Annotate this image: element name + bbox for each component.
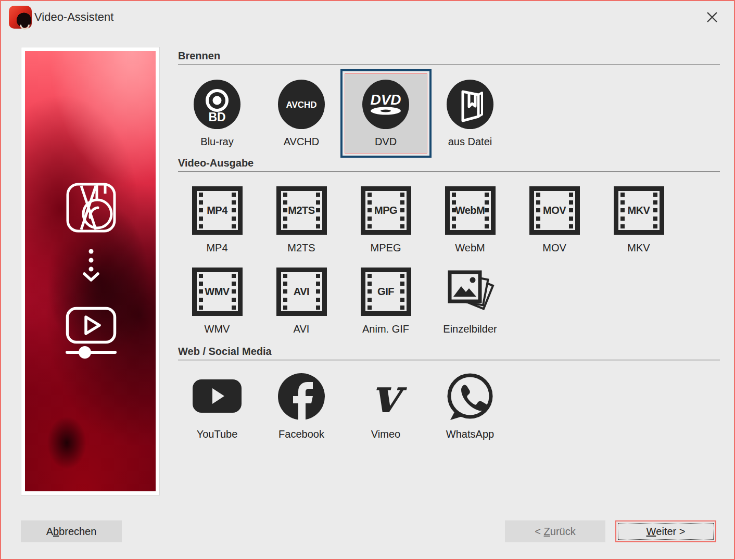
next-button[interactable]: Weiter > — [615, 520, 716, 542]
next-label-post: eiter > — [656, 526, 685, 538]
tile-label: WhatsApp — [446, 428, 494, 440]
filmstrip-text: GIF — [377, 286, 394, 298]
app-logo-outline-icon — [66, 182, 117, 233]
tile-facebook[interactable]: Facebook — [259, 373, 344, 443]
cancel-label-post: brechen — [59, 526, 96, 538]
filmstrip-icon: AVI — [276, 268, 327, 316]
video-player-icon — [65, 306, 117, 360]
tile-label: MKV — [627, 242, 650, 254]
dotted-arrow-down-icon — [81, 248, 102, 284]
dvd-disc-icon: DVD — [361, 79, 410, 130]
section-title-video-ausgabe: Video-Ausgabe — [178, 157, 254, 169]
web-social-row: YouTube Facebook v Vimeo WhatsApp — [175, 373, 512, 443]
tile-label: DVD — [375, 136, 397, 148]
tile-label: Vimeo — [371, 428, 400, 440]
tile-anim-gif[interactable]: GIF Anim. GIF — [344, 268, 428, 338]
youtube-icon — [191, 373, 243, 421]
filmstrip-text: AVI — [294, 286, 309, 298]
flower-photo — [25, 51, 156, 491]
tile-label: Blu-ray — [200, 136, 233, 148]
filmstrip-icon: MP4 — [192, 186, 243, 235]
avchd-disc-icon: AVCHD — [277, 79, 326, 130]
tile-mpeg[interactable]: MPG MPEG — [344, 186, 428, 257]
tile-label: MP4 — [206, 242, 227, 254]
window-title: Video-Assistent — [34, 10, 113, 24]
tile-whatsapp[interactable]: WhatsApp — [428, 373, 512, 443]
tile-label: Anim. GIF — [362, 323, 409, 335]
tile-label: MPEG — [371, 242, 401, 254]
filmstrip-icon: WebM — [445, 186, 496, 235]
filmstrip-text: MPG — [374, 205, 397, 217]
section-divider — [178, 360, 720, 361]
tile-label: YouTube — [197, 428, 238, 440]
tile-einzelbilder[interactable]: Einzelbilder — [428, 268, 512, 338]
facebook-icon — [275, 373, 327, 421]
video-assistant-dialog: Video-Assistent — [0, 0, 735, 560]
tile-label: Facebook — [278, 428, 324, 440]
from-file-icon — [446, 79, 495, 130]
filmstrip-icon: MOV — [529, 186, 580, 235]
filmstrip-icon: MPG — [361, 186, 411, 235]
tile-aus-datei[interactable]: aus Datei — [428, 69, 512, 158]
app-logo-icon — [9, 6, 32, 29]
cancel-button[interactable]: Abbrechen — [21, 520, 122, 542]
tile-blu-ray[interactable]: BD Blu-ray — [175, 69, 259, 158]
tile-avchd[interactable]: AVCHD AVCHD — [259, 69, 344, 158]
video-output-row-2: WMV WMV AVI AVI GIF Anim. GIF Einzelbild… — [175, 268, 512, 338]
tile-vimeo[interactable]: v Vimeo — [344, 373, 428, 443]
tile-mov[interactable]: MOV MOV — [512, 186, 597, 257]
back-button[interactable]: < Zurück — [505, 520, 605, 542]
close-button[interactable] — [705, 10, 719, 24]
filmstrip-text: MOV — [543, 205, 566, 217]
tile-dvd-selected[interactable]: DVD DVD — [344, 69, 428, 158]
filmstrip-icon: GIF — [361, 268, 411, 316]
tile-mp4[interactable]: MP4 MP4 — [175, 186, 259, 257]
tile-label: WebM — [455, 242, 485, 254]
tile-label: M2TS — [287, 242, 315, 254]
cancel-label-pre: A — [46, 526, 53, 538]
titlebar: Video-Assistent — [1, 1, 734, 34]
back-label-post: urück — [550, 526, 576, 538]
next-label-key: W — [646, 526, 656, 538]
tile-avi[interactable]: AVI AVI — [259, 268, 344, 338]
filmstrip-text: MKV — [628, 205, 650, 217]
back-label-pre: < — [535, 526, 543, 538]
whatsapp-icon — [444, 373, 496, 421]
brennen-row: BD Blu-ray AVCHD AVCHD DVD DVD — [175, 69, 512, 158]
filmstrip-icon: MKV — [614, 186, 664, 235]
tile-wmv[interactable]: WMV WMV — [175, 268, 259, 338]
image-stack-icon — [444, 268, 496, 316]
tile-label: AVCHD — [284, 136, 320, 148]
svg-text:AVCHD: AVCHD — [286, 100, 316, 110]
cancel-label-key: b — [53, 526, 59, 538]
tile-label: aus Datei — [448, 136, 492, 148]
close-icon — [706, 11, 718, 23]
tile-label: WMV — [205, 323, 230, 335]
filmstrip-text: MP4 — [207, 205, 227, 217]
section-title-web-social: Web / Social Media — [178, 346, 272, 358]
section-divider — [178, 171, 720, 172]
wizard-preview-panel — [21, 47, 160, 495]
video-output-row-1: MP4 MP4 M2TS M2TS MPG MPEG WebM WebM MOV… — [175, 186, 681, 257]
back-label-key: Z — [544, 526, 550, 538]
vimeo-icon: v — [360, 373, 412, 421]
svg-text:v: v — [372, 373, 407, 421]
tile-youtube[interactable]: YouTube — [175, 373, 259, 443]
tile-label: MOV — [542, 242, 566, 254]
filmstrip-icon: M2TS — [276, 186, 327, 235]
tile-mkv[interactable]: MKV MKV — [597, 186, 681, 257]
svg-text:DVD: DVD — [370, 92, 401, 108]
filmstrip-icon: WMV — [192, 268, 243, 316]
filmstrip-text: WMV — [205, 286, 229, 298]
tile-label: AVI — [294, 323, 310, 335]
tile-m2ts[interactable]: M2TS M2TS — [259, 186, 344, 257]
filmstrip-text: M2TS — [288, 205, 314, 217]
section-divider — [178, 64, 720, 65]
filmstrip-text: WebM — [455, 205, 485, 217]
tile-label: Einzelbilder — [443, 323, 497, 335]
section-title-brennen: Brennen — [178, 50, 220, 62]
lens-arc — [18, 18, 32, 32]
bluray-disc-icon: BD — [193, 79, 242, 130]
tile-webm[interactable]: WebM WebM — [428, 186, 512, 257]
svg-text:BD: BD — [208, 110, 225, 124]
